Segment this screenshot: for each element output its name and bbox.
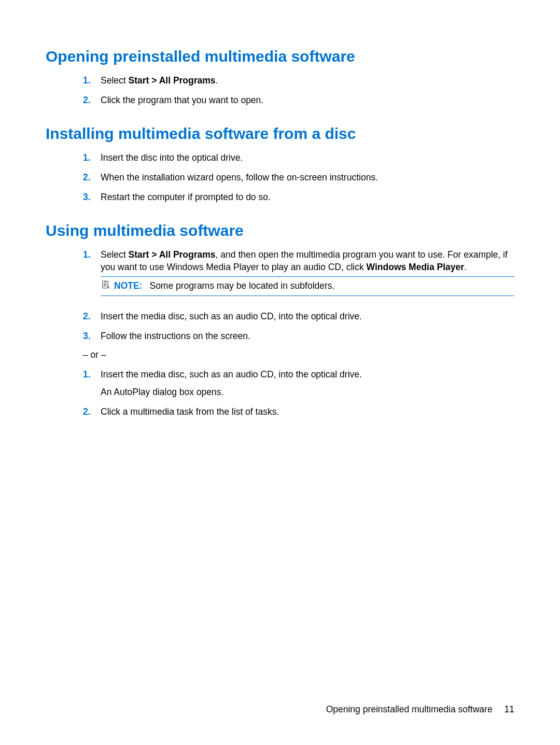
- list-item: 1. Insert the disc into the optical driv…: [83, 152, 514, 164]
- page-footer: Opening preinstalled multimedia software…: [326, 704, 514, 715]
- list-item: 3. Restart the computer if prompted to d…: [83, 191, 514, 204]
- heading-installing-from-disc: Installing multimedia software from a di…: [46, 125, 514, 143]
- list-item: 1. Insert the media disc, such as an aud…: [83, 369, 514, 398]
- list-text: When the installation wizard opens, foll…: [101, 172, 514, 184]
- list-item: 1. Select Start > All Programs, and then…: [83, 249, 514, 303]
- footer-title: Opening preinstalled multimedia software: [326, 704, 493, 714]
- list-number: 1.: [83, 152, 101, 164]
- list-section2: 1. Insert the disc into the optical driv…: [83, 152, 514, 203]
- list-item: 2. Click the program that you want to op…: [83, 94, 514, 107]
- list-number: 3.: [83, 330, 101, 343]
- note-label: NOTE:: [114, 280, 142, 292]
- list-number: 2.: [83, 94, 101, 107]
- note-text: Some programs may be located in subfolde…: [149, 280, 334, 292]
- list-item: 1. Select Start > All Programs.: [83, 75, 514, 87]
- list-section3b: 1. Insert the media disc, such as an aud…: [83, 369, 514, 418]
- list-number: 3.: [83, 191, 101, 204]
- page-number: 11: [505, 704, 514, 714]
- list-number: 1.: [83, 75, 101, 87]
- list-text: Insert the media disc, such as an audio …: [101, 369, 514, 398]
- list-number: 1.: [83, 369, 101, 398]
- heading-opening-preinstalled: Opening preinstalled multimedia software: [46, 48, 514, 65]
- list-item: 2. When the installation wizard opens, f…: [83, 172, 514, 184]
- list-text: Restart the computer if prompted to do s…: [101, 191, 514, 204]
- list-section3a: 1. Select Start > All Programs, and then…: [83, 249, 514, 342]
- list-text: Insert the media disc, such as an audio …: [101, 311, 514, 323]
- list-text: Insert the disc into the optical drive.: [101, 152, 514, 164]
- list-text: Select Start > All Programs.: [101, 75, 514, 87]
- or-separator: – or –: [83, 349, 514, 360]
- list-text: Click a multimedia task from the list of…: [101, 406, 514, 418]
- list-text: Click the program that you want to open.: [101, 94, 514, 107]
- list-number: 2.: [83, 311, 101, 323]
- list-number: 2.: [83, 406, 101, 418]
- list-number: 2.: [83, 172, 101, 184]
- list-number: 1.: [83, 249, 101, 303]
- heading-using-multimedia: Using multimedia software: [46, 222, 514, 240]
- list-subtext: An AutoPlay dialog box opens.: [101, 386, 514, 399]
- list-item: 3. Follow the instructions on the screen…: [83, 330, 514, 343]
- list-section1: 1. Select Start > All Programs. 2. Click…: [83, 75, 514, 106]
- list-item: 2. Insert the media disc, such as an aud…: [83, 311, 514, 323]
- note-box: NOTE: Some programs may be located in su…: [101, 276, 514, 296]
- list-item: 2. Click a multimedia task from the list…: [83, 406, 514, 418]
- note-icon: [101, 280, 110, 289]
- list-text: Select Start > All Programs, and then op…: [101, 249, 514, 303]
- list-text: Follow the instructions on the screen.: [101, 330, 514, 343]
